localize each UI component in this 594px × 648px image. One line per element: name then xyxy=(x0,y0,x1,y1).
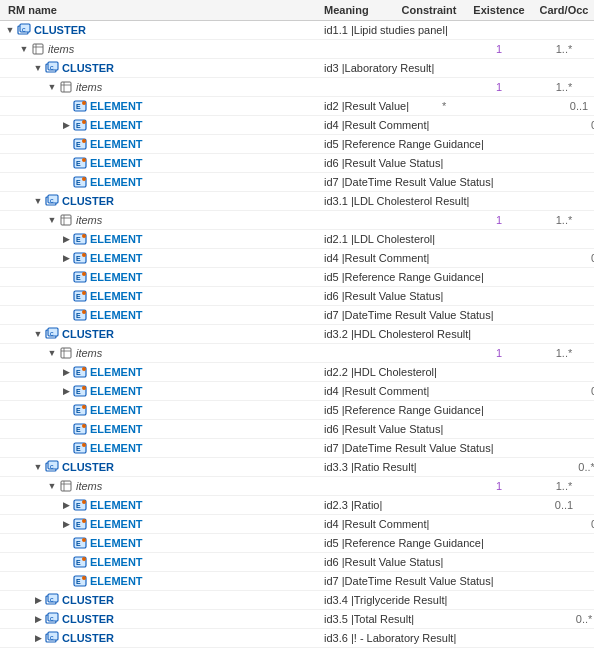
element-icon: E xyxy=(72,497,88,513)
toggle-icon[interactable] xyxy=(32,195,44,207)
cell-meaning: id6 |Result Value Status| xyxy=(320,157,443,169)
toggle-icon[interactable] xyxy=(32,461,44,473)
cell-name: items xyxy=(0,344,320,362)
header-constraint: Constraint xyxy=(394,4,464,16)
toggle-icon[interactable] xyxy=(32,632,44,644)
element-icon: E xyxy=(72,535,88,551)
svg-text:E: E xyxy=(76,445,81,452)
cell-name: E ELEMENT xyxy=(0,515,320,533)
toggle-icon[interactable] xyxy=(32,594,44,606)
cell-name: C CLUSTER xyxy=(0,21,320,39)
cell-name: E ELEMENT xyxy=(0,116,320,134)
cell-card: 0..* xyxy=(569,119,594,131)
cluster-icon: C xyxy=(44,326,60,342)
cell-meaning: id3.6 |! - Laboratory Result| xyxy=(320,632,456,644)
svg-point-47 xyxy=(82,310,86,314)
element-icon: E xyxy=(72,421,88,437)
node-type-label: CLUSTER xyxy=(62,328,114,340)
items-icon xyxy=(58,345,74,361)
toggle-icon[interactable] xyxy=(60,119,72,131)
cell-card: 0..1 xyxy=(583,556,594,568)
toggle-icon[interactable] xyxy=(46,480,58,492)
cell-meaning: id6 |Result Value Status| xyxy=(320,290,443,302)
cell-name: C CLUSTER xyxy=(0,325,320,343)
cell-name: E ELEMENT xyxy=(0,249,320,267)
tree-row: E ELEMENTid6 |Result Value Status|0..1 xyxy=(0,553,594,572)
cell-meaning: id5 |Reference Range Guidance| xyxy=(320,404,484,416)
toggle-icon[interactable] xyxy=(60,252,72,264)
tree-row: E ELEMENTid7 |DateTime Result Value Stat… xyxy=(0,572,594,591)
cell-name: E ELEMENT xyxy=(0,173,320,191)
node-type-label: ELEMENT xyxy=(90,100,143,112)
cell-name: E ELEMENT xyxy=(0,135,320,153)
node-type-label: items xyxy=(76,480,102,492)
svg-text:E: E xyxy=(76,141,81,148)
toggle-icon[interactable] xyxy=(32,62,44,74)
cell-name: E ELEMENT xyxy=(0,496,320,514)
cell-name: C CLUSTER xyxy=(0,591,320,609)
tree-row: E ELEMENTid4 |Result Comment|0..* xyxy=(0,382,594,401)
element-icon: E xyxy=(72,307,88,323)
svg-point-41 xyxy=(82,272,86,276)
svg-point-77 xyxy=(82,500,86,504)
node-type-label: ELEMENT xyxy=(90,404,143,416)
svg-rect-9 xyxy=(61,82,71,92)
node-type-label: items xyxy=(76,347,102,359)
tree-row: E ELEMENTid4 |Result Comment|0..* xyxy=(0,249,594,268)
cell-name: E ELEMENT xyxy=(0,572,320,590)
tree-row: E ELEMENTid7 |DateTime Result Value Stat… xyxy=(0,173,594,192)
element-icon: E xyxy=(72,117,88,133)
cell-meaning: id2 |Result Value| xyxy=(320,100,409,112)
node-type-label: CLUSTER xyxy=(62,594,114,606)
node-type-label: CLUSTER xyxy=(62,613,114,625)
cell-existence: 1 xyxy=(464,81,534,93)
cell-name: E ELEMENT xyxy=(0,439,320,457)
node-type-label: ELEMENT xyxy=(90,309,143,321)
toggle-icon[interactable] xyxy=(60,499,72,511)
items-icon xyxy=(58,478,74,494)
svg-rect-30 xyxy=(61,215,71,225)
tree-row: E ELEMENTid2.1 |LDL Cholesterol|0..1 xyxy=(0,230,594,249)
svg-point-80 xyxy=(82,519,86,523)
svg-point-59 xyxy=(82,386,86,390)
cell-name: E ELEMENT xyxy=(0,363,320,381)
cell-existence: 1 xyxy=(464,347,534,359)
cell-meaning: id3.5 |Total Result| xyxy=(320,613,414,625)
tree-row: E ELEMENTid2 |Result Value|*0..1 xyxy=(0,97,594,116)
cell-card: 1..* xyxy=(534,480,594,492)
svg-point-62 xyxy=(82,405,86,409)
svg-point-35 xyxy=(82,234,86,238)
toggle-icon[interactable] xyxy=(46,347,58,359)
toggle-icon[interactable] xyxy=(32,328,44,340)
tree-row: C CLUSTERid3.2 |HDL Cholesterol Result|0… xyxy=(0,325,594,344)
node-type-label: ELEMENT xyxy=(90,252,143,264)
svg-text:E: E xyxy=(76,502,81,509)
toggle-icon[interactable] xyxy=(60,366,72,378)
toggle-icon[interactable] xyxy=(46,81,58,93)
element-icon: E xyxy=(72,288,88,304)
toggle-icon[interactable] xyxy=(18,43,30,55)
node-type-label: ELEMENT xyxy=(90,233,143,245)
toggle-icon[interactable] xyxy=(46,214,58,226)
svg-text:C: C xyxy=(50,65,54,71)
toggle-icon[interactable] xyxy=(60,233,72,245)
node-type-label: ELEMENT xyxy=(90,575,143,587)
toggle-icon[interactable] xyxy=(4,24,16,36)
cell-name: E ELEMENT xyxy=(0,401,320,419)
cell-name: E ELEMENT xyxy=(0,154,320,172)
element-icon: E xyxy=(72,174,88,190)
cell-name: E ELEMENT xyxy=(0,306,320,324)
svg-point-65 xyxy=(82,424,86,428)
tree-row: C CLUSTERid3.1 |LDL Cholesterol Result|0… xyxy=(0,192,594,211)
toggle-icon[interactable] xyxy=(60,385,72,397)
cell-card: 0..1 xyxy=(549,100,594,112)
node-type-label: items xyxy=(48,43,74,55)
svg-text:C: C xyxy=(50,597,54,603)
cell-name: E ELEMENT xyxy=(0,382,320,400)
cell-card: 1..* xyxy=(534,43,594,55)
toggle-icon[interactable] xyxy=(32,613,44,625)
node-type-label: items xyxy=(76,81,102,93)
element-icon: E xyxy=(72,155,88,171)
cell-meaning: id4 |Result Comment| xyxy=(320,518,429,530)
toggle-icon[interactable] xyxy=(60,518,72,530)
